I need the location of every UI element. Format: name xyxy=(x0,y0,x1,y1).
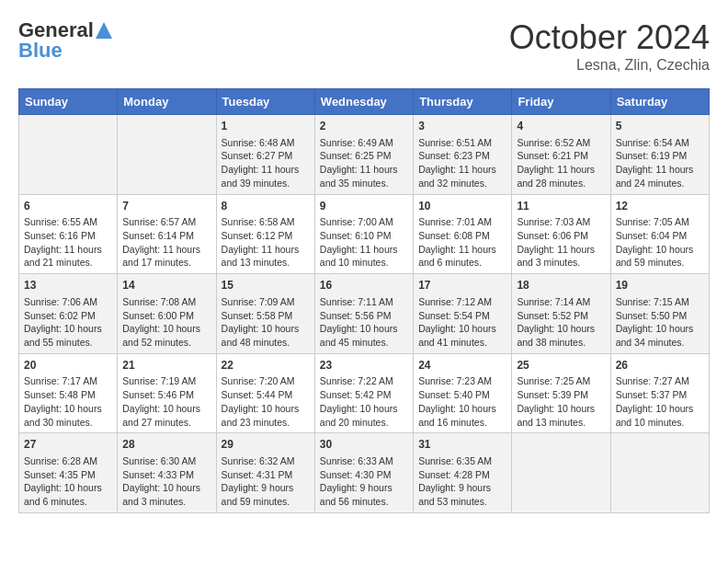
logo-blue: Blue xyxy=(18,39,63,63)
day-info: Daylight: 11 hours and 39 minutes. xyxy=(222,163,310,190)
day-info: Sunrise: 7:20 AM xyxy=(222,374,310,388)
title-block: October 2024 Lesna, Zlin, Czechia xyxy=(509,18,710,74)
calendar-cell: 26Sunrise: 7:27 AMSunset: 5:37 PMDayligh… xyxy=(610,353,709,433)
day-info: Sunrise: 7:27 AM xyxy=(616,374,704,388)
calendar-cell: 11Sunrise: 7:03 AMSunset: 6:06 PMDayligh… xyxy=(512,194,610,274)
calendar-cell: 29Sunrise: 6:32 AMSunset: 4:31 PMDayligh… xyxy=(216,433,314,513)
day-info: Sunrise: 7:25 AM xyxy=(517,374,605,388)
day-info: Sunset: 4:31 PM xyxy=(222,468,310,482)
day-number: 12 xyxy=(616,199,704,214)
calendar-cell: 9Sunrise: 7:00 AMSunset: 6:10 PMDaylight… xyxy=(314,194,413,274)
day-info: Sunset: 5:48 PM xyxy=(24,388,112,402)
day-info: Sunrise: 7:12 AM xyxy=(418,295,506,309)
day-number: 25 xyxy=(517,358,605,373)
calendar-cell: 28Sunrise: 6:30 AMSunset: 4:33 PMDayligh… xyxy=(118,433,216,513)
day-info: Daylight: 10 hours and 20 minutes. xyxy=(320,402,408,429)
day-info: Sunrise: 6:51 AM xyxy=(418,136,506,150)
day-info: Daylight: 11 hours and 28 minutes. xyxy=(517,163,605,190)
day-info: Daylight: 11 hours and 24 minutes. xyxy=(616,163,704,190)
day-info: Sunset: 4:33 PM xyxy=(122,468,210,482)
day-info: Sunset: 6:12 PM xyxy=(222,229,310,243)
day-number: 6 xyxy=(24,199,112,214)
day-info: Sunrise: 7:23 AM xyxy=(418,374,506,388)
day-number: 13 xyxy=(24,278,112,293)
day-number: 26 xyxy=(616,358,704,373)
day-number: 19 xyxy=(616,278,704,293)
day-info: Daylight: 11 hours and 13 minutes. xyxy=(222,243,310,270)
day-number: 2 xyxy=(320,119,408,134)
calendar-cell: 15Sunrise: 7:09 AMSunset: 5:58 PMDayligh… xyxy=(216,274,314,354)
day-info: Sunset: 5:37 PM xyxy=(616,388,704,402)
day-info: Daylight: 11 hours and 21 minutes. xyxy=(24,243,112,270)
calendar-header-saturday: Saturday xyxy=(610,89,709,115)
calendar-cell xyxy=(19,115,118,195)
calendar-week-row: 27Sunrise: 6:28 AMSunset: 4:35 PMDayligh… xyxy=(19,433,710,513)
calendar-cell: 19Sunrise: 7:15 AMSunset: 5:50 PMDayligh… xyxy=(610,274,709,354)
day-info: Daylight: 10 hours and 38 minutes. xyxy=(517,322,605,349)
day-info: Sunrise: 6:55 AM xyxy=(24,215,112,229)
calendar-header-sunday: Sunday xyxy=(19,89,118,115)
day-info: Daylight: 10 hours and 27 minutes. xyxy=(122,402,210,429)
day-info: Sunset: 5:50 PM xyxy=(616,309,704,323)
day-info: Sunrise: 6:30 AM xyxy=(122,454,210,468)
day-info: Sunrise: 7:06 AM xyxy=(24,295,112,309)
day-info: Sunrise: 6:58 AM xyxy=(222,215,310,229)
calendar-cell: 14Sunrise: 7:08 AMSunset: 6:00 PMDayligh… xyxy=(118,274,216,354)
calendar-cell: 7Sunrise: 6:57 AMSunset: 6:14 PMDaylight… xyxy=(118,194,216,274)
day-info: Sunrise: 7:14 AM xyxy=(517,295,605,309)
calendar-week-row: 13Sunrise: 7:06 AMSunset: 6:02 PMDayligh… xyxy=(19,274,710,354)
day-info: Sunset: 5:52 PM xyxy=(517,309,605,323)
day-info: Daylight: 10 hours and 52 minutes. xyxy=(122,322,210,349)
day-number: 29 xyxy=(222,437,310,453)
day-number: 5 xyxy=(616,119,704,134)
calendar-cell: 21Sunrise: 7:19 AMSunset: 5:46 PMDayligh… xyxy=(118,353,216,433)
day-info: Sunset: 5:54 PM xyxy=(418,309,506,323)
day-info: Sunset: 6:25 PM xyxy=(320,149,408,163)
day-info: Sunset: 6:02 PM xyxy=(24,309,112,323)
day-info: Sunrise: 6:28 AM xyxy=(24,454,112,468)
day-info: Daylight: 10 hours and 59 minutes. xyxy=(616,243,704,270)
day-info: Sunrise: 7:00 AM xyxy=(320,215,408,229)
day-info: Daylight: 10 hours and 45 minutes. xyxy=(320,322,408,349)
day-info: Daylight: 11 hours and 32 minutes. xyxy=(418,163,506,190)
day-info: Sunrise: 6:32 AM xyxy=(222,454,310,468)
day-info: Sunrise: 7:05 AM xyxy=(616,215,704,229)
day-number: 8 xyxy=(222,199,310,214)
calendar-cell xyxy=(512,433,610,513)
calendar-cell: 5Sunrise: 6:54 AMSunset: 6:19 PMDaylight… xyxy=(610,115,709,195)
day-info: Sunrise: 6:48 AM xyxy=(222,136,310,150)
day-info: Daylight: 10 hours and 16 minutes. xyxy=(418,402,506,429)
day-info: Sunset: 5:56 PM xyxy=(320,309,408,323)
day-number: 17 xyxy=(418,278,506,293)
day-number: 9 xyxy=(320,199,408,214)
day-info: Daylight: 9 hours and 53 minutes. xyxy=(418,481,506,508)
calendar-cell: 8Sunrise: 6:58 AMSunset: 6:12 PMDaylight… xyxy=(216,194,314,274)
day-number: 7 xyxy=(122,199,210,214)
day-number: 3 xyxy=(418,119,506,134)
calendar-table: SundayMondayTuesdayWednesdayThursdayFrid… xyxy=(18,88,710,513)
logo: General Blue xyxy=(18,18,112,63)
calendar-header-monday: Monday xyxy=(118,89,216,115)
calendar-header-friday: Friday xyxy=(512,89,610,115)
day-info: Sunset: 5:44 PM xyxy=(222,388,310,402)
calendar-cell: 16Sunrise: 7:11 AMSunset: 5:56 PMDayligh… xyxy=(314,274,413,354)
day-number: 11 xyxy=(517,199,605,214)
day-info: Sunrise: 7:03 AM xyxy=(517,215,605,229)
day-number: 23 xyxy=(320,358,408,373)
calendar-cell: 20Sunrise: 7:17 AMSunset: 5:48 PMDayligh… xyxy=(19,353,118,433)
day-info: Sunrise: 6:49 AM xyxy=(320,136,408,150)
day-info: Sunset: 5:39 PM xyxy=(517,388,605,402)
day-info: Sunrise: 6:54 AM xyxy=(616,136,704,150)
day-number: 15 xyxy=(222,278,310,293)
month-title: October 2024 xyxy=(509,18,710,57)
day-info: Daylight: 10 hours and 23 minutes. xyxy=(222,402,310,429)
day-number: 18 xyxy=(517,278,605,293)
day-info: Daylight: 10 hours and 10 minutes. xyxy=(616,402,704,429)
calendar-cell: 12Sunrise: 7:05 AMSunset: 6:04 PMDayligh… xyxy=(610,194,709,274)
calendar-cell: 30Sunrise: 6:33 AMSunset: 4:30 PMDayligh… xyxy=(314,433,413,513)
day-info: Daylight: 11 hours and 3 minutes. xyxy=(517,243,605,270)
calendar-week-row: 20Sunrise: 7:17 AMSunset: 5:48 PMDayligh… xyxy=(19,353,710,433)
day-info: Sunset: 6:14 PM xyxy=(122,229,210,243)
day-number: 20 xyxy=(24,358,112,373)
day-info: Sunset: 6:08 PM xyxy=(418,229,506,243)
